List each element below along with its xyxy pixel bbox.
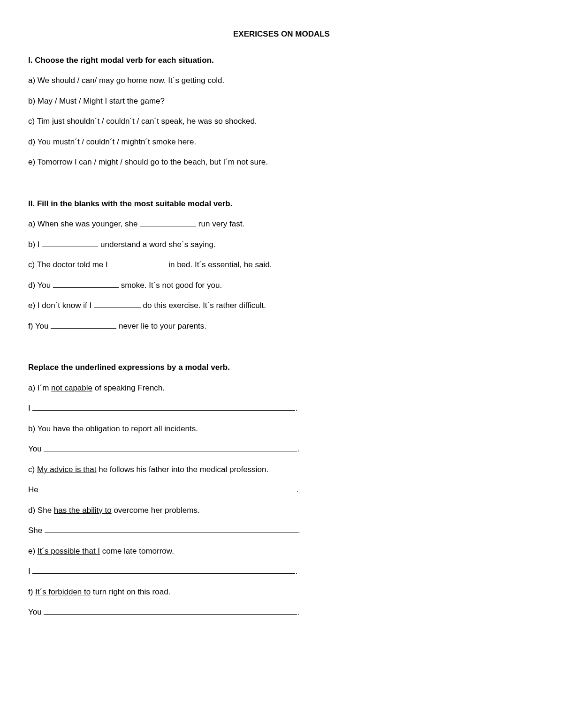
blank-input[interactable]	[32, 403, 295, 411]
section3-b-post: to report all incidents.	[120, 424, 198, 433]
section3-e-underlined: It´s possible that I	[38, 547, 100, 555]
blank-input[interactable]	[110, 259, 166, 267]
section3-f-post: turn right on this road.	[91, 587, 170, 596]
section3-item-d: d) She has the ability to overcome her p…	[28, 504, 535, 517]
section2-b-pre: b) I	[28, 240, 42, 249]
section3-e-ans-post: .	[295, 567, 297, 576]
section3-a-pre: a) I´m	[28, 383, 51, 392]
section1-item-c: c) Tim just shouldn´t / couldn´t / can´t…	[28, 115, 535, 128]
section3-a-answer: I .	[28, 402, 535, 414]
section1-item-d: d) You mustn´t / couldn´t / mightn´t smo…	[28, 136, 535, 148]
section2-c-post: in bed. It´s essential, he said.	[166, 260, 272, 269]
section3-item-c: c) My advice is that he follows his fath…	[28, 464, 535, 476]
blank-input[interactable]	[32, 566, 295, 574]
section3-item-a: a) I´m not capable of speaking French.	[28, 382, 535, 394]
section3-e-post: come late tomorrow.	[100, 547, 174, 555]
section2-e-pre: e) I don´t know if I	[28, 301, 94, 310]
section3-c-post: he follows his father into the medical p…	[97, 465, 269, 474]
blank-input[interactable]	[42, 239, 98, 247]
section2-f-post: never lie to your parents.	[116, 322, 206, 330]
blank-input[interactable]	[44, 607, 297, 615]
section1-item-e: e) Tomorrow I can / might / should go to…	[28, 156, 535, 168]
section3-d-ans-pre: She	[28, 526, 45, 535]
section2-item-e: e) I don´t know if I do this exercise. I…	[28, 300, 535, 312]
section2-d-pre: d) You	[28, 281, 53, 290]
blank-input[interactable]	[45, 525, 298, 533]
section3-d-post: overcome her problems.	[112, 506, 200, 515]
section1-item-a: a) We should / can/ may go home now. It´…	[28, 75, 535, 87]
section3-f-ans-pre: You	[28, 608, 44, 616]
section2-item-a: a) When she was younger, she run very fa…	[28, 218, 535, 230]
blank-input[interactable]	[94, 300, 141, 308]
section3-b-underlined: have the obligation	[53, 424, 120, 433]
blank-input[interactable]	[140, 218, 196, 226]
section3-c-underlined: My advice is that	[37, 465, 97, 474]
section3-d-answer: She .	[28, 525, 535, 537]
section3-f-underlined: It´s forbidden to	[35, 587, 91, 596]
section3-d-ans-post: .	[298, 526, 300, 535]
section3-d-underlined: has the ability to	[54, 506, 112, 515]
section1-item-b: b) May / Must / Might I start the game?	[28, 95, 535, 107]
section3-f-answer: You .	[28, 606, 535, 618]
section3-f-ans-post: .	[297, 608, 299, 616]
blank-input[interactable]	[51, 321, 116, 329]
section3-c-ans-post: .	[296, 485, 298, 494]
section3-b-ans-pre: You	[28, 444, 44, 453]
section2-item-c: c) The doctor told me I in bed. It´s ess…	[28, 259, 535, 271]
section2-item-d: d) You smoke. It´s not good for you.	[28, 279, 535, 292]
section3-b-ans-post: .	[297, 444, 299, 453]
section3-c-ans-pre: He	[28, 485, 40, 494]
section2-a-pre: a) When she was younger, she	[28, 219, 140, 228]
section3-heading: Replace the underlined expressions by a …	[28, 361, 535, 374]
section3-b-answer: You .	[28, 443, 535, 455]
section3-b-pre: b) You	[28, 424, 53, 433]
blank-input[interactable]	[44, 443, 297, 451]
section2-heading: II. Fill in the blanks with the most sui…	[28, 198, 535, 210]
section1-heading: I. Choose the right modal verb for each …	[28, 54, 535, 67]
document-title: EXERICSES ON MODALS	[28, 28, 535, 40]
section2-e-post: do this exercise. It´s rather difficult.	[141, 301, 266, 310]
section3-f-pre: f)	[28, 587, 35, 596]
section2-a-post: run very fast.	[196, 219, 244, 228]
section3-c-answer: He .	[28, 484, 535, 496]
section3-item-e: e) It´s possible that I come late tomorr…	[28, 545, 535, 557]
section3-c-pre: c)	[28, 465, 37, 474]
section3-item-f: f) It´s forbidden to turn right on this …	[28, 586, 535, 598]
section3-e-answer: I .	[28, 565, 535, 578]
section3-a-ans-post: .	[295, 404, 297, 413]
section2-d-post: smoke. It´s not good for you.	[119, 281, 222, 290]
section3-a-underlined: not capable	[51, 383, 92, 392]
blank-input[interactable]	[53, 280, 119, 288]
section3-e-ans-pre: I	[28, 567, 32, 576]
section2-f-pre: f) You	[28, 322, 51, 330]
section3-a-post: of speaking French.	[92, 383, 165, 392]
blank-input[interactable]	[40, 484, 296, 492]
section3-d-pre: d) She	[28, 506, 54, 515]
section3-e-pre: e)	[28, 547, 38, 555]
section2-b-post: understand a word she´s saying.	[98, 240, 215, 249]
section2-c-pre: c) The doctor told me I	[28, 260, 110, 269]
section3-item-b: b) You have the obligation to report all…	[28, 423, 535, 435]
section2-item-f: f) You never lie to your parents.	[28, 320, 535, 332]
section2-item-b: b) I understand a word she´s saying.	[28, 239, 535, 251]
section3-a-ans-pre: I	[28, 404, 32, 413]
